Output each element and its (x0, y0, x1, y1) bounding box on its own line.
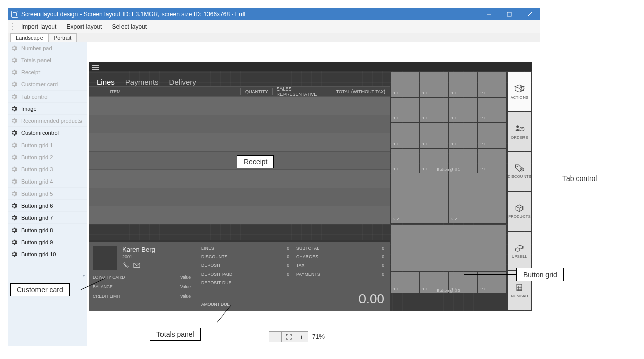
phone-icon[interactable] (122, 262, 129, 270)
charges-label: CHARGES (296, 254, 375, 259)
minimize-button[interactable] (479, 8, 499, 20)
sidebar-item[interactable]: Tab control (8, 91, 87, 103)
sidebar-item-label: Recommended products (21, 118, 82, 124)
tab-upsell[interactable]: UPSELL (508, 232, 531, 271)
sidebar-item[interactable]: Button grid 4 (8, 175, 87, 188)
zoom-percent: 71% (312, 333, 325, 340)
sidebar-item[interactable]: Button grid 7 (8, 212, 87, 224)
select-layout-menu[interactable]: Select layout (107, 20, 152, 33)
sidebar-item[interactable]: Button grid 5 (8, 188, 87, 200)
grid-tile[interactable]: 1:1 (478, 123, 506, 148)
grid-tile[interactable]: 1:1 (391, 98, 419, 123)
grid-tile[interactable]: 1:1 (420, 123, 448, 148)
tag-percent-icon: % (514, 163, 525, 172)
lines-value: 0 (287, 246, 289, 251)
grid-tile[interactable]: 1:1 (420, 72, 448, 97)
tab-delivery[interactable]: Delivery (169, 78, 196, 86)
export-layout-menu[interactable]: Export layout (61, 20, 107, 33)
deposit-label: DEPOSIT (201, 263, 279, 268)
tab-payments[interactable]: Payments (125, 78, 159, 86)
sidebar-item[interactable]: Button grid 1 (8, 139, 87, 151)
sidebar-item-label: Button grid 2 (21, 154, 53, 160)
gear-icon (11, 178, 17, 185)
grid-tile[interactable]: 1:1 (478, 72, 506, 97)
button-grid-lower[interactable] (391, 225, 506, 271)
grid-tile[interactable]: 1:1 (420, 98, 448, 123)
grid-tile[interactable]: 1:1 (391, 123, 419, 148)
sidebar-item[interactable]: Button grid 2 (8, 151, 87, 163)
tax-label: TAX (296, 263, 375, 268)
window-title: Screen layout design - Screen layout ID:… (21, 11, 245, 18)
deposit-paid-label: DEPOSIT PAID (201, 272, 279, 277)
totals-panel[interactable]: LINES0 SUBTOTAL0 DISCOUNTS0 CHARGES0 DEP… (195, 242, 390, 311)
receipt-row (89, 206, 390, 224)
balance-value: Value (180, 284, 191, 289)
credit-value: Value (180, 294, 191, 299)
mail-icon[interactable] (133, 262, 140, 270)
sidebar-item-label: Custom control (21, 130, 59, 136)
receipt-area[interactable] (89, 97, 390, 240)
sidebar-item[interactable]: Button grid 8 (8, 224, 87, 236)
import-layout-menu[interactable]: Import layout (16, 20, 61, 33)
sidebar-item-label: Button grid 6 (21, 203, 53, 209)
grid-tile[interactable]: 1:1 (478, 98, 506, 123)
design-surface: Lines Payments Delivery ITEM QUANTITY SA… (87, 42, 540, 346)
sidebar-item-label: Button grid 3 (21, 166, 53, 172)
receipt-row (89, 169, 390, 188)
gear-icon (11, 154, 17, 160)
nav-tabs: Lines Payments Delivery (89, 71, 390, 86)
zoom-in-button[interactable]: + (295, 331, 308, 342)
sidebar-item[interactable]: Custom control (8, 127, 87, 139)
sidebar-item[interactable]: Button grid 3 (8, 163, 87, 175)
button-grid-mid[interactable]: 2:2 2:2 (391, 173, 506, 223)
sidebar-item[interactable]: Totals panel (8, 54, 87, 66)
grid-tile[interactable]: 1:1 (391, 72, 419, 97)
zoom-fit-button[interactable] (282, 331, 295, 342)
tab-orders[interactable]: ORDERS (508, 112, 531, 151)
sidebar-item-label: Button grid 4 (21, 178, 53, 185)
grid-tile[interactable]: 2:2 (391, 173, 448, 223)
amount-due-value: 0.00 (358, 291, 384, 307)
button-grid-5-label: Button grid 5 (391, 288, 506, 293)
avatar (93, 246, 117, 270)
customer-card[interactable]: Karen Berg 2001 LOYALTY (89, 242, 195, 311)
grid-tile[interactable]: 1:1 (449, 72, 477, 97)
maximize-button[interactable] (499, 8, 519, 20)
sidebar-item[interactable]: Button grid 9 (8, 236, 87, 248)
sidebar-item[interactable]: Recommended products (8, 115, 87, 127)
annot-customer-card: Customer card (10, 283, 70, 296)
sidebar-item[interactable]: Button grid 6 (8, 200, 87, 212)
amount-due-label: AMOUNT DUE (201, 302, 230, 307)
grid-tile[interactable]: 2:2 (449, 173, 506, 223)
gear-icon (11, 130, 17, 136)
sidebar-item-label: Button grid 10 (21, 251, 56, 257)
sidebar-item[interactable]: Image (8, 103, 87, 115)
grid-tile[interactable] (391, 225, 506, 271)
button-grid-1[interactable]: 1:11:11:11:11:11:11:11:11:11:11:11:11:11… (391, 72, 506, 173)
credit-label: CREDIT LIMIT (93, 294, 121, 299)
zoom-out-button[interactable]: − (269, 331, 282, 342)
tab-products[interactable]: PRODUCTS (508, 192, 531, 231)
close-button[interactable] (519, 8, 540, 20)
tab-portrait[interactable]: Portrait (48, 33, 77, 42)
grid-tile[interactable]: 1:1 (449, 98, 477, 123)
tab-actions[interactable]: ACTIONS (508, 72, 531, 111)
hamburger-icon[interactable] (92, 64, 99, 70)
gear-icon (11, 203, 17, 209)
window: Screen layout design - Screen layout ID:… (8, 7, 540, 347)
svg-point-8 (517, 166, 518, 167)
sidebar-item[interactable]: Button grid 10 (8, 248, 87, 260)
sidebar-item[interactable]: Customer card (8, 78, 87, 91)
annot-receipt: Receipt (237, 155, 274, 168)
sidebar-item[interactable]: Receipt (8, 66, 87, 78)
sidebar-item-label: Totals panel (21, 57, 51, 63)
sidebar-item[interactable]: Number pad (8, 42, 87, 54)
tab-discounts[interactable]: % DISCOUNTS (508, 152, 531, 191)
tab-landscape[interactable]: Landscape (10, 33, 49, 42)
annot-totals-panel: Totals panel (150, 328, 201, 341)
sidebar-expand-icon[interactable]: ▸ (83, 273, 85, 278)
tab-lines[interactable]: Lines (97, 78, 115, 86)
grid-tile[interactable]: 1:1 (449, 123, 477, 148)
loyalty-value: Value (180, 275, 191, 280)
title-bar: Screen layout design - Screen layout ID:… (8, 8, 540, 20)
